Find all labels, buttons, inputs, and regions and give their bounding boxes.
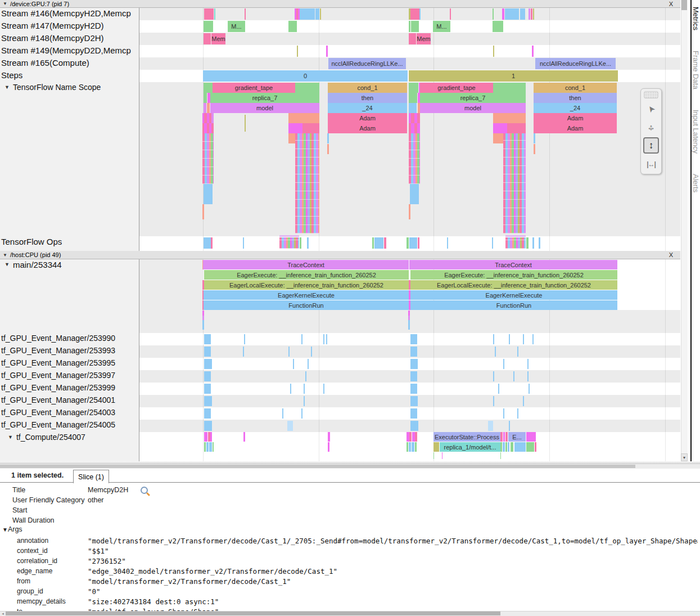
trace-event[interactable] bbox=[500, 442, 502, 452]
trace-event[interactable] bbox=[410, 184, 419, 204]
trace-event[interactable]: replica_7 bbox=[420, 93, 526, 103]
trace-event[interactable] bbox=[523, 334, 524, 344]
trace-event[interactable] bbox=[529, 384, 530, 394]
timing-tool-button[interactable]: |↔| bbox=[644, 156, 658, 172]
trace-event[interactable] bbox=[509, 421, 510, 431]
trace-event[interactable] bbox=[328, 432, 330, 442]
trace-event[interactable] bbox=[204, 442, 206, 452]
trace-event[interactable] bbox=[500, 452, 501, 459]
trace-event[interactable] bbox=[206, 442, 209, 452]
trace-event[interactable] bbox=[288, 21, 297, 32]
trace-event[interactable] bbox=[407, 237, 409, 249]
trace-event[interactable] bbox=[293, 359, 294, 369]
trace-event[interactable] bbox=[204, 103, 206, 113]
trace-event[interactable] bbox=[304, 384, 305, 394]
collapse-arrow-icon[interactable]: ▼ bbox=[3, 253, 7, 258]
trace-event[interactable] bbox=[202, 133, 214, 184]
trace-event[interactable] bbox=[328, 442, 329, 452]
trace-event[interactable] bbox=[211, 237, 213, 249]
trace-event[interactable]: FunctionRun bbox=[410, 300, 617, 310]
trace-event[interactable] bbox=[523, 396, 524, 406]
trace-event[interactable]: cond_1 bbox=[534, 83, 617, 93]
trace-event[interactable] bbox=[417, 113, 420, 123]
trace-event[interactable]: cond_1 bbox=[328, 83, 407, 93]
trace-event[interactable] bbox=[505, 235, 526, 237]
trace-event[interactable]: EagerLocalExecute: __inference_train_fun… bbox=[204, 280, 409, 290]
trace-event[interactable] bbox=[207, 103, 210, 113]
trace-event[interactable] bbox=[500, 432, 503, 442]
trace-event[interactable] bbox=[535, 442, 536, 452]
trace-event[interactable]: model bbox=[210, 103, 319, 113]
trace-event[interactable] bbox=[493, 396, 494, 406]
trace-event[interactable] bbox=[204, 21, 213, 32]
timeline-tool-palette[interactable]: ➤ ↔↕ ↕ |↔| bbox=[640, 88, 662, 174]
trace-event[interactable] bbox=[204, 184, 213, 204]
trace-event[interactable]: _24 bbox=[328, 103, 407, 113]
zoom-tool-button[interactable]: ↕ bbox=[643, 137, 659, 154]
trace-event[interactable] bbox=[488, 421, 493, 431]
trace-event[interactable] bbox=[505, 8, 519, 20]
trace-event[interactable] bbox=[493, 123, 507, 133]
trace-event[interactable]: E... bbox=[508, 432, 526, 442]
trace-event[interactable] bbox=[509, 334, 510, 344]
track-label[interactable]: ▼main/253344 bbox=[0, 260, 143, 272]
trace-event[interactable] bbox=[526, 442, 534, 452]
trace-event[interactable] bbox=[410, 371, 417, 381]
trace-event[interactable] bbox=[503, 432, 505, 442]
args-section-header[interactable]: ▼Args bbox=[2, 525, 22, 533]
trace-event[interactable] bbox=[326, 334, 327, 344]
trace-event[interactable] bbox=[211, 123, 214, 133]
trace-event[interactable] bbox=[297, 46, 298, 57]
trace-event[interactable] bbox=[204, 396, 212, 406]
trace-event[interactable] bbox=[529, 8, 530, 20]
trace-event[interactable]: EagerExecute: __inference_train_function… bbox=[204, 270, 409, 280]
trace-event[interactable] bbox=[433, 452, 434, 459]
trace-event[interactable] bbox=[493, 113, 526, 123]
trace-event[interactable]: then bbox=[328, 93, 407, 103]
trace-event[interactable] bbox=[513, 371, 514, 381]
trace-event[interactable]: 1 bbox=[409, 70, 618, 82]
trace-event[interactable] bbox=[503, 408, 504, 419]
trace-event[interactable] bbox=[503, 133, 526, 233]
trace-event[interactable] bbox=[409, 133, 420, 184]
trace-event[interactable]: replica_7 bbox=[210, 93, 319, 103]
gpu-section-header[interactable]: ▼ /device:GPU:7 (pid 7) X bbox=[0, 0, 680, 8]
trace-event[interactable] bbox=[527, 371, 529, 381]
trace-event[interactable] bbox=[409, 204, 410, 219]
side-tab-alerts[interactable]: Alerts bbox=[692, 174, 700, 192]
trace-event[interactable] bbox=[307, 237, 309, 249]
selection-tool-button[interactable]: ➤ bbox=[644, 101, 658, 116]
trace-event[interactable] bbox=[534, 144, 535, 154]
trace-event[interactable] bbox=[311, 347, 312, 357]
trace-event[interactable] bbox=[532, 334, 534, 344]
trace-event[interactable]: _24 bbox=[534, 103, 617, 113]
trace-event[interactable] bbox=[374, 237, 383, 249]
track-label[interactable]: ▼tf_Compute/254007 bbox=[0, 433, 146, 445]
trace-event[interactable]: TraceContext bbox=[409, 260, 617, 269]
trace-event[interactable] bbox=[327, 144, 329, 154]
close-icon[interactable]: X bbox=[669, 1, 673, 7]
trace-event[interactable] bbox=[410, 396, 418, 406]
trace-event[interactable] bbox=[409, 442, 411, 452]
trace-event[interactable] bbox=[417, 123, 420, 133]
trace-event[interactable] bbox=[282, 408, 283, 419]
trace-event[interactable] bbox=[204, 421, 212, 431]
trace-event[interactable] bbox=[204, 334, 211, 344]
trace-event[interactable] bbox=[531, 8, 532, 20]
trace-event[interactable] bbox=[415, 442, 417, 452]
trace-event[interactable] bbox=[209, 442, 212, 452]
trace-event[interactable] bbox=[204, 93, 207, 103]
trace-event[interactable] bbox=[308, 359, 309, 369]
trace-event[interactable] bbox=[407, 442, 408, 452]
trace-event[interactable] bbox=[408, 320, 410, 330]
trace-event[interactable] bbox=[204, 83, 213, 93]
trace-event[interactable] bbox=[408, 316, 410, 320]
trace-event[interactable] bbox=[409, 21, 410, 32]
magnifier-icon[interactable] bbox=[141, 487, 148, 494]
collapse-arrow-icon[interactable]: ▼ bbox=[4, 262, 10, 267]
trace-event[interactable] bbox=[288, 347, 290, 357]
trace-event[interactable] bbox=[326, 46, 328, 57]
trace-event[interactable] bbox=[419, 8, 421, 20]
trace-event[interactable] bbox=[410, 408, 417, 419]
trace-event[interactable] bbox=[204, 8, 214, 20]
